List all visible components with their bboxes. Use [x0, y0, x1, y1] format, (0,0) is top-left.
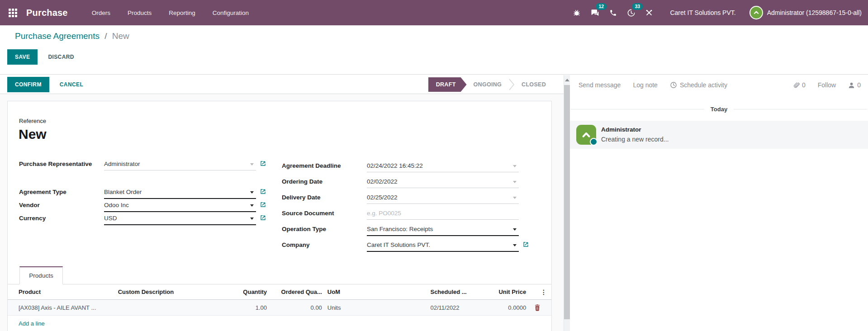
chevron-down-icon[interactable]: [250, 218, 254, 220]
external-link-icon[interactable]: [260, 161, 266, 166]
currency-field[interactable]: USD: [104, 213, 256, 225]
message-avatar: [576, 125, 596, 145]
vendor-field[interactable]: Odoo Inc: [104, 200, 256, 212]
control-panel: Purchase Agreements / New SAVE DISCARD: [0, 25, 868, 75]
cell-uom[interactable]: Units: [322, 304, 431, 311]
ordering-date-label: Ordering Date: [282, 177, 367, 186]
scroll-up-arrow-icon[interactable]: [565, 79, 569, 81]
discard-button[interactable]: DISCARD: [45, 53, 76, 61]
confirm-button[interactable]: CONFIRM: [7, 77, 49, 92]
cancel-button[interactable]: CANCEL: [57, 81, 86, 88]
chatter-panel: Send message Log note Schedule activity …: [570, 75, 868, 331]
menu-configuration[interactable]: Configuration: [204, 0, 257, 25]
menu-reporting[interactable]: Reporting: [160, 0, 204, 25]
cell-ordered-quantity[interactable]: 0.00: [267, 304, 322, 311]
external-link-icon[interactable]: [260, 202, 266, 208]
reference-value[interactable]: New: [19, 127, 47, 142]
breadcrumb-parent[interactable]: Purchase Agreements: [15, 31, 100, 41]
col-custom-description[interactable]: Custom Description: [118, 288, 213, 295]
chevron-down-icon[interactable]: [513, 228, 517, 231]
phone-icon[interactable]: [604, 0, 622, 25]
purchase-representative-label: Purchase Representative: [19, 159, 104, 169]
messages-icon[interactable]: 12: [586, 0, 604, 25]
external-link-icon[interactable]: [523, 241, 529, 247]
col-uom[interactable]: UoM: [322, 288, 431, 295]
ordering-date-field[interactable]: 02/02/2022: [367, 177, 519, 188]
chevron-down-icon[interactable]: [513, 181, 517, 183]
stage-ongoing[interactable]: ONGOING: [467, 81, 509, 88]
save-button[interactable]: SAVE: [7, 49, 38, 65]
col-quantity[interactable]: Quantity: [213, 288, 267, 295]
chevron-down-icon[interactable]: [250, 191, 254, 194]
schedule-activity-button[interactable]: Schedule activity: [670, 81, 727, 89]
user-menu[interactable]: Administrator (12598867-15-0-all): [749, 6, 862, 19]
cell-product[interactable]: [AX038] Axis - AILE AVANT ...: [8, 304, 118, 311]
purchase-representative-field[interactable]: Administrator: [104, 159, 256, 170]
fields-left-column: Purchase Representative Administrator Ag…: [19, 159, 272, 227]
source-document-input[interactable]: [367, 209, 511, 218]
cell-scheduled-date[interactable]: 02/11/2022: [430, 304, 485, 311]
delete-row-trash-icon[interactable]: [534, 304, 541, 311]
vertical-scrollbar[interactable]: [564, 75, 570, 331]
online-status-dot: [590, 138, 598, 146]
agreement-type-field[interactable]: Blanket Order: [104, 187, 256, 199]
date-divider-label: Today: [711, 106, 727, 113]
external-link-icon[interactable]: [260, 189, 266, 194]
user-name: Administrator (12598867-15-0-all): [767, 9, 862, 16]
vendor-label: Vendor: [19, 200, 104, 210]
col-ordered-quantity[interactable]: Ordered Qua...: [267, 288, 322, 295]
stage-closed[interactable]: CLOSED: [515, 81, 553, 88]
app-name[interactable]: Purchase: [26, 8, 68, 18]
chevron-down-icon[interactable]: [250, 204, 254, 207]
agreement-deadline-field[interactable]: 02/24/2022 16:45:22: [367, 161, 519, 172]
company-field[interactable]: Caret IT Solutions PVT.: [367, 240, 519, 252]
agreement-deadline-label: Agreement Deadline: [282, 161, 367, 170]
table-row[interactable]: [AX038] Axis - AILE AVANT ... 1.00 0.00 …: [8, 300, 551, 316]
chevron-down-icon[interactable]: [250, 163, 254, 166]
col-scheduled-date[interactable]: Scheduled ...: [430, 288, 485, 295]
source-document-field: [367, 208, 519, 220]
cell-unit-price[interactable]: 0.0000: [485, 304, 526, 311]
operation-type-field[interactable]: San Francisco: Receipts: [367, 224, 519, 236]
delivery-date-field[interactable]: 02/25/2022: [367, 193, 519, 204]
activities-clock-icon[interactable]: 33: [622, 0, 640, 25]
followers-counter[interactable]: 0: [848, 81, 861, 89]
breadcrumb-current: New: [112, 31, 129, 41]
paperclip-icon: [793, 82, 800, 89]
table-header-row: Product Custom Description Quantity Orde…: [8, 284, 551, 300]
menu-products[interactable]: Products: [119, 0, 160, 25]
menu-orders[interactable]: Orders: [83, 0, 119, 25]
optional-columns-icon[interactable]: ⋮: [541, 289, 547, 295]
currency-label: Currency: [19, 213, 104, 223]
chatter-message[interactable]: Administrator Creating a new record...: [570, 121, 868, 149]
chevron-down-icon[interactable]: [513, 244, 517, 246]
apps-grid-icon: [9, 9, 17, 17]
user-avatar: [749, 6, 763, 19]
tools-icon[interactable]: [640, 0, 658, 25]
active-company[interactable]: Caret IT Solutions PVT.: [670, 9, 735, 16]
operation-type-label: Operation Type: [282, 224, 367, 234]
add-a-line-link[interactable]: Add a line: [8, 316, 551, 331]
follow-button[interactable]: Follow: [818, 81, 836, 89]
stage-draft[interactable]: DRAFT: [428, 77, 467, 92]
chevron-down-icon[interactable]: [513, 197, 517, 199]
message-text: Creating a new record...: [601, 136, 669, 143]
scrollbar-thumb[interactable]: [564, 85, 570, 319]
breadcrumb: Purchase Agreements / New: [15, 31, 129, 41]
cell-quantity[interactable]: 1.00: [213, 304, 267, 311]
send-message-button[interactable]: Send message: [579, 81, 621, 89]
form-sheet: Reference New Purchase Representative Ad…: [7, 101, 552, 331]
col-product[interactable]: Product: [8, 288, 118, 295]
chevron-down-icon[interactable]: [513, 165, 517, 167]
notebook-tabs: Products: [8, 266, 551, 284]
debug-bug-icon[interactable]: [568, 0, 586, 25]
attachments-counter[interactable]: 0: [793, 81, 806, 89]
tab-products[interactable]: Products: [19, 266, 63, 284]
chatter-toolbar: Send message Log note Schedule activity …: [570, 75, 868, 95]
message-author[interactable]: Administrator: [601, 125, 669, 134]
products-table: Product Custom Description Quantity Orde…: [8, 284, 551, 331]
col-unit-price[interactable]: Unit Price: [485, 288, 526, 295]
apps-menu-button[interactable]: [0, 0, 25, 25]
log-note-button[interactable]: Log note: [633, 81, 658, 89]
external-link-icon[interactable]: [260, 215, 266, 221]
